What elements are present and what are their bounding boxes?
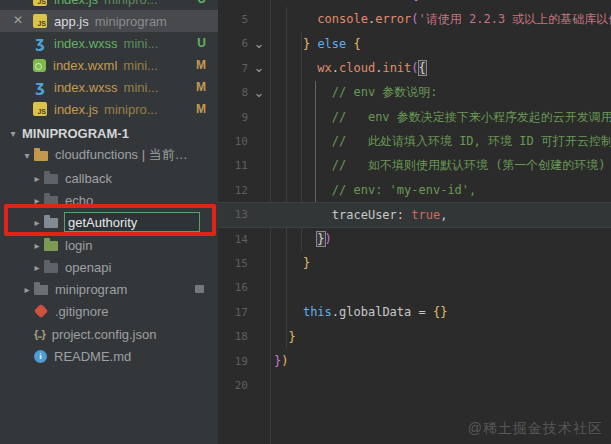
line-number: 17 — [218, 306, 248, 319]
chevron-down-icon[interactable]: ▾ — [6, 128, 20, 139]
tree-item-echo[interactable]: ▸echo — [0, 189, 218, 211]
code-text: // 如不填则使用默认环境 (第一个创建的环境) — [270, 157, 606, 174]
readme-icon: i — [34, 350, 47, 363]
tree-item--gitignore[interactable]: .gitignore — [0, 300, 218, 322]
open-file-index.wxml[interactable]: index.wxmlmini...M — [0, 54, 218, 76]
tree-item-label: callback — [65, 171, 112, 186]
folder-icon — [44, 218, 58, 228]
chevron-right-icon[interactable]: ▸ — [30, 217, 44, 228]
tree-item-cloudfunctions-[interactable]: ▾cloudfunctions | 当前… — [0, 144, 218, 166]
tree-item-readme-md[interactable]: iREADME.md — [0, 345, 218, 367]
vcs-status-badge: M — [196, 102, 206, 116]
code-line-14[interactable]: 14 }) — [218, 227, 611, 251]
code-text: } — [270, 256, 310, 270]
tree-item-label: .gitignore — [55, 304, 108, 319]
chevron-right-icon[interactable]: ▸ — [30, 262, 44, 273]
tree-item-project-config-json[interactable]: {..}project.config.json — [0, 323, 218, 345]
code-line-17[interactable]: 17 this.globalData = {} — [218, 300, 611, 324]
code-text: if (!wx.cloud) { — [270, 0, 419, 2]
line-number: 9 — [218, 111, 248, 124]
tree-item-label: cloudfunctions | 当前… — [55, 146, 188, 164]
fold-chevron-icon[interactable]: ⌄ — [248, 63, 270, 73]
folder-icon — [44, 196, 58, 206]
code-line-13[interactable]: 13 traceUser: true, — [218, 203, 611, 227]
code-line-11[interactable]: 11 // 如不填则使用默认环境 (第一个创建的环境) — [218, 154, 611, 178]
code-line-8[interactable]: 8⌄ // env 参数说明: — [218, 81, 611, 105]
chevron-down-icon[interactable]: ▾ — [20, 150, 34, 161]
tree-item-label: project.config.json — [52, 327, 157, 342]
js-file-icon: JS — [33, 0, 47, 6]
open-file-index.js[interactable]: JSindex.jsminipro...U — [0, 0, 218, 10]
tree-item-openapi[interactable]: ▸openapi — [0, 256, 218, 278]
code-line-9[interactable]: 9 // env 参数决定接下来小程序发起的云开发调用 ( — [218, 105, 611, 129]
code-text: } else { — [270, 37, 361, 51]
code-line-5[interactable]: 5 console.error('请使用 2.2.3 或以上的基础库以使用云能力… — [218, 7, 611, 31]
code-line-12[interactable]: 12 // env: 'my-env-id', — [218, 178, 611, 202]
tree-item-label: miniprogram — [55, 282, 127, 297]
line-number: 12 — [218, 184, 248, 197]
wxss-file-icon: ʒ — [33, 80, 47, 94]
line-number: 7 — [218, 62, 248, 75]
vcs-status-badge: M — [196, 58, 206, 72]
line-number: 19 — [218, 355, 248, 368]
folder-icon — [44, 241, 58, 251]
code-line-16[interactable]: 16 — [218, 276, 611, 300]
open-file-app.js[interactable]: ✕JSapp.jsminiprogram — [0, 10, 218, 32]
file-name: index.js — [54, 102, 98, 117]
json-file-icon: {..} — [34, 328, 45, 340]
chevron-right-icon[interactable]: ▸ — [30, 240, 44, 251]
tree-item-callback[interactable]: ▸callback — [0, 167, 218, 189]
tree-item-label: README.md — [54, 349, 131, 364]
line-number: 14 — [218, 233, 248, 246]
line-number: 8 — [218, 86, 248, 99]
chevron-right-icon[interactable]: ▸ — [20, 284, 34, 295]
tree-item-login[interactable]: ▸login — [0, 234, 218, 256]
file-location: mini... — [124, 80, 159, 95]
code-line-15[interactable]: 15 } — [218, 251, 611, 275]
open-file-index.js[interactable]: JSindex.jsminipro...M — [0, 98, 218, 120]
code-text: }) — [270, 232, 332, 246]
fold-chevron-icon[interactable]: ⌄ — [248, 39, 270, 49]
wxss-file-icon: ʒ — [33, 36, 47, 50]
file-location: minipro... — [104, 102, 157, 117]
open-file-index.wxss[interactable]: ʒindex.wxssmini...U — [0, 32, 218, 54]
file-location: minipro... — [104, 0, 157, 7]
fold-chevron-icon[interactable]: ⌄ — [248, 88, 270, 98]
chevron-right-icon[interactable]: ▸ — [30, 195, 44, 206]
open-file-index.wxss[interactable]: ʒindex.wxssmini...M — [0, 76, 218, 98]
project-panel: JSindex.jsminipro...U✕JSapp.jsminiprogra… — [0, 0, 218, 444]
code-editor[interactable]: if (!wx.cloud) {5 console.error('请使用 2.2… — [218, 0, 611, 444]
chevron-right-icon[interactable]: ▸ — [30, 173, 44, 184]
code-line-10[interactable]: 10 // 此处请填入环境 ID, 环境 ID 可打开云控制台查看 — [218, 129, 611, 153]
tree-item-label: echo — [65, 193, 93, 208]
line-number: 16 — [218, 281, 248, 294]
code-text: // env 参数说明: — [270, 84, 438, 101]
code-line-18[interactable]: 18 } — [218, 324, 611, 348]
file-name: app.js — [54, 14, 89, 29]
folder-icon — [34, 151, 48, 161]
close-icon[interactable]: ✕ — [13, 13, 23, 27]
folder-badge-icon — [195, 285, 204, 293]
tree-item-miniprogram[interactable]: ▸miniprogram — [0, 278, 218, 300]
tree-item-label: MINIPROGRAM-1 — [22, 126, 129, 141]
code-line-20[interactable]: 20 — [218, 373, 611, 397]
code-line-7[interactable]: 7⌄ wx.cloud.init({ — [218, 56, 611, 80]
line-number: 6 — [218, 37, 248, 50]
tree-item-label: openapi — [65, 260, 111, 275]
code-text: // 此处请填入环境 ID, 环境 ID 可打开云控制台查看 — [270, 133, 611, 150]
code-line-4[interactable]: if (!wx.cloud) { — [218, 0, 611, 7]
tree-item-miniprogram-1[interactable]: ▾MINIPROGRAM-1 — [0, 122, 218, 144]
tree-item-getauthority[interactable]: ▸getAuthority — [0, 211, 218, 233]
code-line-6[interactable]: 6⌄ } else { — [218, 32, 611, 56]
code-text: // env: 'my-env-id', — [270, 183, 476, 197]
code-text: } — [270, 330, 296, 344]
rename-input[interactable]: getAuthority — [64, 212, 200, 232]
folder-icon — [44, 174, 58, 184]
js-file-icon: JS — [33, 14, 47, 28]
code-text: wx.cloud.init({ — [270, 61, 426, 75]
vcs-status-badge: M — [196, 80, 206, 94]
file-name: index.js — [54, 0, 98, 7]
js-file-icon: JS — [33, 102, 47, 116]
code-lines[interactable]: if (!wx.cloud) {5 console.error('请使用 2.2… — [218, 0, 611, 398]
code-line-19[interactable]: 19}) — [218, 349, 611, 373]
